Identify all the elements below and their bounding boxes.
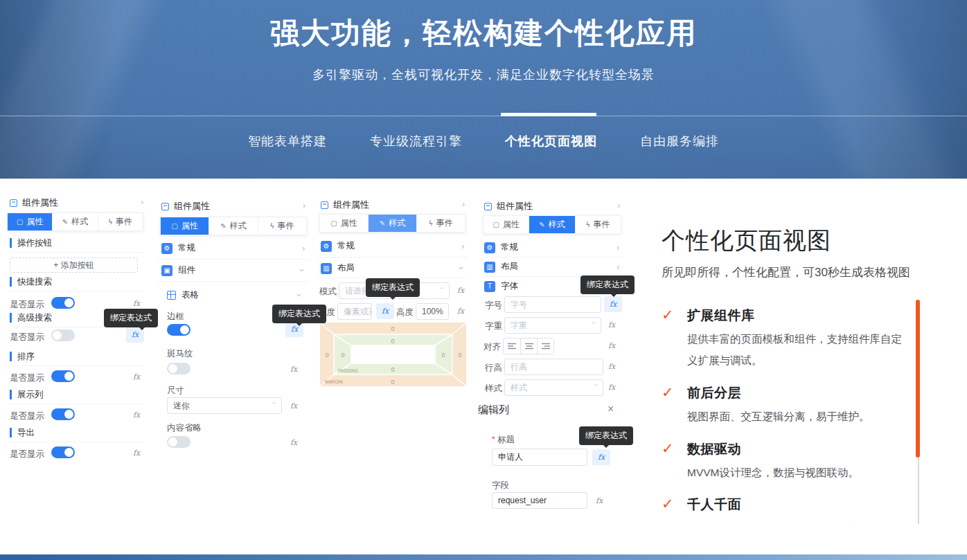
section-export: 导出 xyxy=(10,428,35,437)
chevron-down-icon[interactable]: › xyxy=(295,293,304,296)
fx-button[interactable]: fx xyxy=(608,320,615,329)
fx-button[interactable]: fx xyxy=(457,286,464,295)
fx-button[interactable]: fx xyxy=(596,496,603,505)
table-icon xyxy=(167,291,176,300)
panel3-tab-attr[interactable]: ▢属性 xyxy=(320,215,368,232)
width-input[interactable]: 像素或百分… xyxy=(337,303,372,320)
chevron-right-icon[interactable]: › xyxy=(302,244,305,253)
fx-button[interactable]: fx xyxy=(457,307,464,316)
panel1-tab-style[interactable]: ✎样式 xyxy=(52,213,97,231)
style-select-label: 样式 xyxy=(485,383,502,395)
fx-button-active[interactable]: fx xyxy=(604,296,622,312)
attr-icon: ▢ xyxy=(493,221,499,228)
quick-search-toggle[interactable] xyxy=(51,297,75,309)
tab-smart-form[interactable]: 智能表单搭建 xyxy=(248,133,327,150)
component-icon xyxy=(10,199,17,207)
padding-left-value: 0 xyxy=(341,352,344,359)
group-table[interactable]: 表格 xyxy=(167,289,199,301)
ellipsis-toggle[interactable] xyxy=(167,436,190,448)
line-height-input[interactable]: 行高 xyxy=(504,359,603,375)
section-sort: 排序 xyxy=(10,352,35,361)
fx-button[interactable]: fx xyxy=(608,341,615,350)
chevron-down-icon[interactable]: › xyxy=(298,269,307,271)
group-component[interactable]: ▣ 组件 xyxy=(161,264,195,276)
font-weight-select[interactable]: 字重 ˇ xyxy=(504,317,601,334)
style-icon: ✎ xyxy=(62,218,68,226)
chevron-down-icon: ˇ xyxy=(594,383,598,392)
close-icon[interactable]: × xyxy=(607,403,614,415)
fx-button-active[interactable]: fx xyxy=(592,449,610,465)
font-size-input[interactable]: 字号 xyxy=(504,296,601,313)
section-advanced-search: 高级搜索 xyxy=(10,313,52,323)
panel4-tabs: ▢属性 ✎样式 ϟ事件 xyxy=(483,215,621,234)
align-right-button[interactable] xyxy=(537,338,553,354)
fx-button[interactable]: fx xyxy=(290,401,297,410)
fx-button[interactable]: fx xyxy=(133,299,140,308)
feature-title: 前后分层 xyxy=(687,384,741,402)
height-input[interactable]: 100% xyxy=(416,303,449,320)
panel3-header: 组件属性 xyxy=(321,199,369,211)
zebra-toggle[interactable] xyxy=(167,363,190,374)
fx-button[interactable]: fx xyxy=(133,372,140,381)
group-general[interactable]: ⚙ 常规 xyxy=(484,242,518,253)
sort-toggle[interactable] xyxy=(51,370,75,382)
panel1-collapse-chevron-icon[interactable]: › xyxy=(141,197,143,207)
panel3-collapse-chevron-icon[interactable]: › xyxy=(462,199,465,209)
chevron-right-icon[interactable]: › xyxy=(616,243,619,252)
padding-right-value: 0 xyxy=(441,352,445,359)
fx-button[interactable]: fx xyxy=(608,383,615,392)
panel1-tab-event[interactable]: ϟ事件 xyxy=(98,213,143,231)
panel4-tab-style[interactable]: ✎样式 xyxy=(529,216,574,233)
title-input[interactable]: 申请人 xyxy=(492,449,587,466)
border-toggle[interactable] xyxy=(167,324,190,336)
field-key-input[interactable]: request_user xyxy=(492,492,587,509)
display-columns-toggle[interactable] xyxy=(51,408,75,420)
chevron-right-icon[interactable]: › xyxy=(616,262,619,271)
group-general[interactable]: ⚙ 常规 xyxy=(161,242,195,254)
align-button-group xyxy=(503,338,554,354)
panel2-tab-style[interactable]: ✎样式 xyxy=(209,217,257,235)
group-font[interactable]: T 字体 xyxy=(484,280,518,292)
fx-button-active[interactable]: fx xyxy=(376,303,394,319)
panel2-tab-event[interactable]: ϟ事件 xyxy=(258,217,306,235)
bottom-accent-bar xyxy=(0,554,967,560)
fx-button[interactable]: fx xyxy=(608,362,615,371)
style-select[interactable]: 样式 ˇ xyxy=(504,379,603,396)
edit-column-title: 编辑列 xyxy=(478,404,509,417)
tab-page-view[interactable]: 个性化页面视图 xyxy=(505,133,597,150)
align-center-button[interactable] xyxy=(520,338,537,354)
scrollbar-thumb[interactable] xyxy=(916,300,920,458)
panel3-tab-style[interactable]: ✎样式 xyxy=(368,215,416,232)
panel4-title: 组件属性 xyxy=(497,200,533,213)
check-icon: ✓ xyxy=(662,496,674,512)
panel3-tab-event[interactable]: ϟ事件 xyxy=(416,215,465,232)
group-general[interactable]: ⚙ 常规 xyxy=(321,240,355,252)
fx-button[interactable]: fx xyxy=(133,410,140,419)
tab-process-engine[interactable]: 专业级流程引擎 xyxy=(370,133,462,150)
panel4-collapse-chevron-icon[interactable]: › xyxy=(617,200,620,210)
panel1-tab-attr[interactable]: ▢属性 xyxy=(8,213,52,231)
group-layout[interactable]: ▥ 布局 xyxy=(321,262,355,274)
panel2-tab-attr[interactable]: ▢属性 xyxy=(161,217,209,235)
align-left-button[interactable] xyxy=(504,338,520,354)
group-layout[interactable]: ▥ 布局 xyxy=(484,261,518,273)
event-icon: ϟ xyxy=(429,219,432,227)
tab-service-orchestration[interactable]: 自由服务编排 xyxy=(640,133,719,150)
layout-icon: ▥ xyxy=(484,262,495,273)
event-icon: ϟ xyxy=(586,221,589,228)
fx-button[interactable]: fx xyxy=(133,449,140,458)
chevron-right-icon[interactable]: › xyxy=(461,242,464,251)
panel4-tab-event[interactable]: ϟ事件 xyxy=(575,216,621,233)
panel2-collapse-chevron-icon[interactable]: › xyxy=(303,200,305,210)
feature-desc: 提供丰富的页面模板和组件，支持组件库自定义扩展与调试。 xyxy=(687,328,909,371)
required-asterisk: * xyxy=(492,435,495,444)
title-field-label: *标题 xyxy=(492,434,515,446)
size-select[interactable]: 迷你 ˇ xyxy=(167,397,282,414)
fx-button[interactable]: fx xyxy=(290,365,297,374)
chevron-down-icon[interactable]: › xyxy=(457,267,466,269)
export-toggle[interactable] xyxy=(51,446,75,458)
fx-button[interactable]: fx xyxy=(290,438,297,447)
panel4-tab-attr[interactable]: ▢属性 xyxy=(484,216,529,233)
advanced-search-toggle[interactable] xyxy=(51,329,75,341)
add-button[interactable]: + 添加按钮 xyxy=(10,258,138,273)
